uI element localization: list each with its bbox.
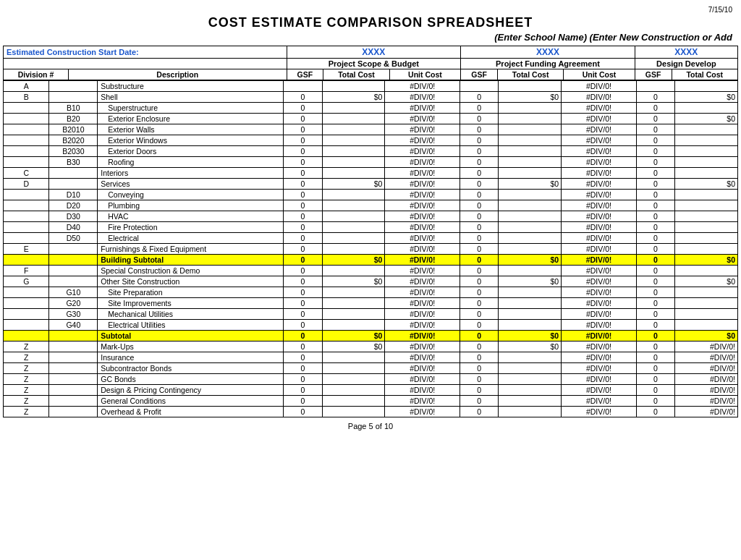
table-row: Subtotal0$0#DIV/0!0$0#DIV/0!0$0 <box>4 331 738 341</box>
table-row: ZDesign & Pricing Contingency0#DIV/0!0#D… <box>4 385 738 396</box>
data-cell: 0 <box>460 255 498 266</box>
design-develop-header: Design Develop <box>635 59 737 69</box>
data-cell <box>322 298 385 309</box>
division-cell: C <box>4 168 49 179</box>
data-cell: 0 <box>284 331 322 341</box>
data-cell: 0 <box>460 276 498 287</box>
table-row: B30Roofing0#DIV/0!0#DIV/0!0 <box>4 157 738 168</box>
division-cell <box>4 157 49 168</box>
data-cell: #DIV/0! <box>675 341 738 352</box>
description-cell: Exterior Windows <box>98 135 284 146</box>
data-cell <box>499 200 562 211</box>
data-cell <box>499 287 562 298</box>
data-cell: #DIV/0! <box>385 374 460 385</box>
table-row: EFurnishings & Fixed Equipment0#DIV/0!0#… <box>4 244 738 255</box>
data-cell: #DIV/0! <box>562 320 637 331</box>
data-cell: #DIV/0! <box>385 157 460 168</box>
subcode-cell: B2030 <box>49 146 98 157</box>
data-cell: 0 <box>460 309 498 320</box>
description-cell: Site Improvements <box>98 298 284 309</box>
data-cell <box>322 168 385 179</box>
unitcost1-header: Unit Cost <box>389 69 460 80</box>
description-cell: Substructure <box>98 81 284 92</box>
data-cell: 0 <box>636 385 674 396</box>
data-cell: #DIV/0! <box>385 92 460 103</box>
data-cell <box>675 266 738 276</box>
data-cell: 0 <box>460 211 498 222</box>
data-cell <box>675 244 738 255</box>
data-cell: #DIV/0! <box>385 200 460 211</box>
data-cell <box>675 157 738 168</box>
subcode-cell <box>49 179 98 190</box>
description-cell: Design & Pricing Contingency <box>98 385 284 396</box>
gsf3-header: GSF <box>635 69 672 80</box>
division-cell <box>4 233 49 244</box>
data-cell: $0 <box>499 255 562 266</box>
data-cell: 0 <box>636 320 674 331</box>
data-cell: 0 <box>284 298 322 309</box>
data-cell: 0 <box>636 407 674 417</box>
data-cell: #DIV/0! <box>385 407 460 417</box>
data-cell: 0 <box>460 92 498 103</box>
data-cell <box>675 146 738 157</box>
description-cell: HVAC <box>98 211 284 222</box>
col-headers-row: Division # Description GSF Total Cost Un… <box>4 69 738 80</box>
data-cell <box>636 81 674 92</box>
data-cell: 0 <box>284 287 322 298</box>
data-cell: #DIV/0! <box>385 135 460 146</box>
data-cell: 0 <box>460 222 498 233</box>
subcode-cell: D20 <box>49 200 98 211</box>
data-cell: #DIV/0! <box>562 309 637 320</box>
data-cell <box>499 81 562 92</box>
description-cell: Other Site Construction <box>98 276 284 287</box>
data-cell: #DIV/0! <box>385 179 460 190</box>
data-cell: 0 <box>284 179 322 190</box>
data-cell: #DIV/0! <box>562 244 637 255</box>
data-cell: $0 <box>499 92 562 103</box>
data-cell <box>322 320 385 331</box>
main-title: COST ESTIMATE COMPARISON SPREADSHEET <box>3 15 738 30</box>
data-cell: 0 <box>636 124 674 135</box>
data-cell: #DIV/0! <box>562 179 637 190</box>
data-cell: 0 <box>636 244 674 255</box>
table-row: G40Electrical Utilities0#DIV/0!0#DIV/0!0 <box>4 320 738 331</box>
data-cell: 0 <box>636 92 674 103</box>
data-cell: 0 <box>460 385 498 396</box>
data-cell <box>499 309 562 320</box>
data-cell: 0 <box>284 222 322 233</box>
description-cell: General Conditions <box>98 396 284 407</box>
data-cell: 0 <box>460 407 498 417</box>
division-cell: Z <box>4 341 49 352</box>
table-row: G30Mechanical Utilities0#DIV/0!0#DIV/0!0 <box>4 309 738 320</box>
description-cell: Conveying <box>98 190 284 200</box>
division-header: Division # <box>4 69 69 80</box>
description-cell: Superstructure <box>98 103 284 114</box>
data-cell <box>499 124 562 135</box>
table-row: B2030Exterior Doors0#DIV/0!0#DIV/0!0 <box>4 146 738 157</box>
division-cell <box>4 114 49 124</box>
division-cell: B <box>4 92 49 103</box>
data-cell: $0 <box>322 92 385 103</box>
data-cell <box>675 298 738 309</box>
data-cell <box>322 233 385 244</box>
subcode-cell: D50 <box>49 233 98 244</box>
data-cell: #DIV/0! <box>562 331 637 341</box>
description-cell: Mechanical Utilities <box>98 309 284 320</box>
division-cell <box>4 331 49 341</box>
data-cell <box>499 190 562 200</box>
description-cell: Mark-Ups <box>98 341 284 352</box>
table-row: FSpecial Construction & Demo0#DIV/0!0#DI… <box>4 266 738 276</box>
data-cell: 0 <box>284 407 322 417</box>
division-cell: F <box>4 266 49 276</box>
division-cell: D <box>4 179 49 190</box>
start-date-label: Estimated Construction Start Date: <box>7 48 139 56</box>
data-cell <box>499 233 562 244</box>
description-cell: Site Preparation <box>98 287 284 298</box>
table-row: ASubstructure#DIV/0!#DIV/0! <box>4 81 738 92</box>
data-cell: 0 <box>636 168 674 179</box>
gsf2-header: GSF <box>461 69 498 80</box>
data-cell <box>675 190 738 200</box>
data-cell: $0 <box>499 331 562 341</box>
data-cell <box>322 200 385 211</box>
data-cell <box>322 385 385 396</box>
